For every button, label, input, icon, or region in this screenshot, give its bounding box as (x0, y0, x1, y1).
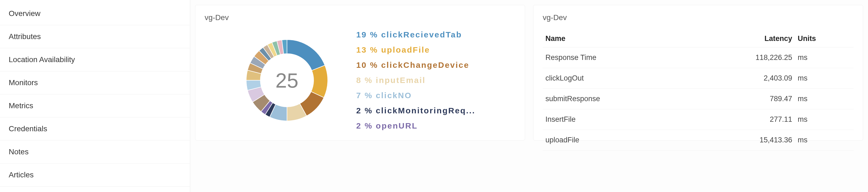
sidebar-item-credentials[interactable]: Credentials (0, 117, 190, 141)
donut-chart[interactable]: 25 (245, 38, 329, 122)
legend-item[interactable]: 7 % clickNO (356, 91, 475, 100)
legend-item[interactable]: 13 % uploadFile (356, 45, 475, 54)
donut-legend: 19 % clickRecievedTab13 % uploadFile10 %… (356, 30, 475, 130)
cell-units: ms (795, 89, 854, 109)
cell-latency: 789.47 (691, 89, 795, 109)
table-row[interactable]: submitResponse789.47ms (543, 89, 854, 109)
sidebar-item-monitors[interactable]: Monitors (0, 71, 190, 94)
table-row[interactable]: clickLogOut2,403.09ms (543, 68, 854, 89)
sidebar-item-snapshots[interactable]: Snapshots (0, 187, 190, 192)
table-row[interactable]: InsertFile277.11ms (543, 109, 854, 130)
cell-name: InsertFile (543, 109, 691, 130)
legend-item[interactable]: 10 % clickChangeDevice (356, 61, 475, 70)
sidebar-item-notes[interactable]: Notes (0, 141, 190, 163)
legend-item[interactable]: 8 % inputEmail (356, 76, 475, 85)
cell-latency: 15,413.36 (691, 130, 795, 151)
sidebar-item-overview[interactable]: Overview (0, 2, 190, 25)
sidebar-nav: OverviewAttributesLocation AvailabilityM… (0, 0, 190, 192)
cell-latency: 2,403.09 (691, 68, 795, 89)
table-card-title: vg-Dev (543, 13, 854, 22)
cell-units: ms (795, 109, 854, 130)
cell-name: clickLogOut (543, 68, 691, 89)
col-name[interactable]: Name (543, 30, 691, 47)
donut-center-value: 25 (245, 38, 329, 122)
main-content: vg-Dev 25 19 % clickRecievedTab13 % uplo… (190, 0, 868, 192)
legend-item[interactable]: 2 % openURL (356, 121, 475, 130)
cell-name: uploadFile (543, 130, 691, 151)
donut-card: vg-Dev 25 19 % clickRecievedTab13 % uplo… (195, 5, 525, 141)
sidebar-item-articles[interactable]: Articles (0, 163, 190, 187)
cell-latency: 118,226.25 (691, 47, 795, 68)
cell-units: ms (795, 130, 854, 151)
col-latency[interactable]: Latency (691, 30, 795, 47)
cell-units: ms (795, 47, 854, 68)
cell-units: ms (795, 68, 854, 89)
cell-name: submitResponse (543, 89, 691, 109)
col-units[interactable]: Units (795, 30, 854, 47)
donut-card-title: vg-Dev (205, 13, 516, 22)
legend-item[interactable]: 2 % clickMonitoringReq... (356, 106, 475, 115)
legend-item[interactable]: 19 % clickRecievedTab (356, 30, 475, 39)
table-row[interactable]: Response Time118,226.25ms (543, 47, 854, 68)
latency-table-card: vg-Dev Name Latency Units Response Time1… (533, 5, 863, 141)
sidebar-item-attributes[interactable]: Attributes (0, 25, 190, 48)
sidebar-item-metrics[interactable]: Metrics (0, 94, 190, 117)
donut-body: 25 19 % clickRecievedTab13 % uploadFile1… (205, 30, 516, 139)
latency-table: Name Latency Units Response Time118,226.… (543, 30, 854, 151)
cell-name: Response Time (543, 47, 691, 68)
table-row[interactable]: uploadFile15,413.36ms (543, 130, 854, 151)
sidebar-item-location-availability[interactable]: Location Availability (0, 48, 190, 71)
cell-latency: 277.11 (691, 109, 795, 130)
